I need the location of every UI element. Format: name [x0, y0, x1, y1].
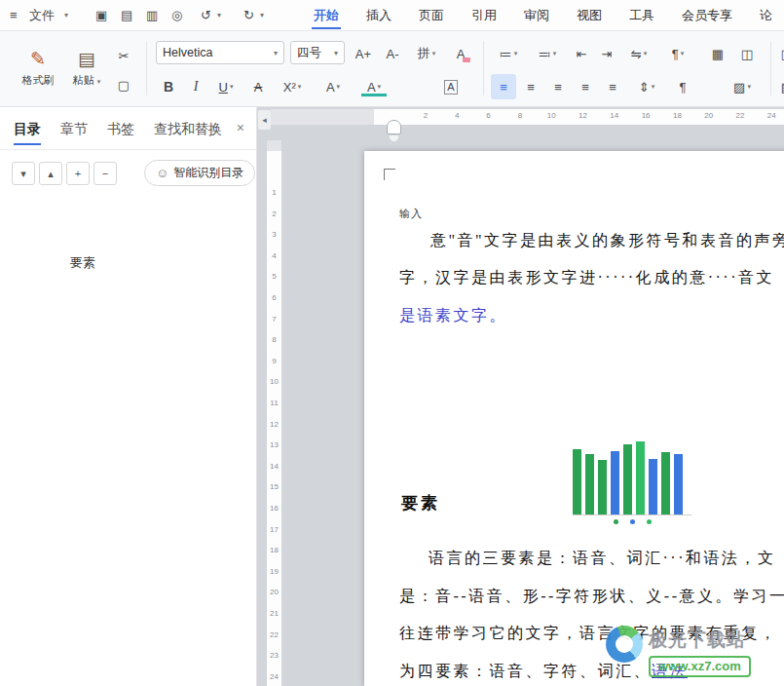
align-center-icon[interactable]: ≡	[518, 74, 543, 99]
vertical-ruler[interactable]	[267, 140, 281, 686]
format-painter-icon: ✎	[30, 50, 46, 69]
print-preview-icon[interactable]: ◎	[171, 0, 182, 31]
chart-bar	[636, 441, 645, 514]
sidebar-tab-查找和替换[interactable]: 查找和替换	[154, 107, 222, 150]
format-painter-label: 格式刷	[22, 73, 55, 88]
expand-level-icon[interactable]: +	[66, 162, 90, 185]
shading-button[interactable]: ▨▾	[725, 74, 760, 99]
menu-tab-插入[interactable]: 插入	[353, 0, 405, 31]
sidebar-panel: 目录章节书签查找和替换 × ▾ ▴ + − ☺ 智能识别目录 要素	[0, 107, 257, 686]
sidebar-tab-章节[interactable]: 章节	[60, 107, 88, 150]
numbered-list-button[interactable]: ≕▾	[530, 41, 565, 66]
align-left-icon[interactable]: ≡	[491, 74, 516, 99]
collapse-panel-icon[interactable]: ◂	[258, 110, 271, 130]
bold-button[interactable]: B	[156, 74, 181, 99]
print-icon[interactable]: ▥	[146, 0, 158, 31]
menu-tab-会员专享[interactable]: 会员专享	[668, 0, 746, 31]
watermark-logo-icon	[606, 626, 643, 663]
pinyin-guide-button[interactable]: 拼▾	[409, 41, 444, 66]
collapse-all-icon[interactable]: ▴	[39, 162, 62, 185]
font-size-select[interactable]: 四号 ▾	[290, 41, 345, 64]
horizontal-ruler[interactable]	[271, 109, 784, 125]
increase-font-icon[interactable]: A+	[351, 41, 376, 66]
paste-label: 粘贴 ▾	[73, 73, 101, 88]
increase-indent-icon[interactable]: ⇥	[594, 41, 619, 66]
menu-bar: ≡ 文件 ▾ ▣ ▤ ▥ ◎ ↺ ▾ ↻ ▾ 开始插入页面引用审阅视图工具会员专…	[0, 0, 784, 31]
cut-icon[interactable]: ✂	[111, 43, 136, 68]
undo-caret-icon[interactable]: ▾	[217, 0, 221, 31]
menu-tab-工具[interactable]: 工具	[616, 0, 668, 31]
superscript-button[interactable]: X²▾	[275, 74, 310, 99]
line-spacing-icon: ⇕	[639, 80, 650, 95]
strikethrough-icon[interactable]: A	[245, 74, 271, 99]
italic-button[interactable]: I	[183, 74, 208, 99]
decrease-font-icon[interactable]: A-	[380, 41, 405, 66]
line-spacing-caret-icon: ▾	[652, 83, 655, 91]
paste-button[interactable]: ▤ 粘贴 ▾	[64, 39, 109, 97]
paragraph-mark-icon[interactable]: ¶	[670, 74, 695, 99]
more-format-icon[interactable]: ▨	[774, 74, 784, 99]
line-spacing-button[interactable]: ⇕▾	[629, 74, 664, 99]
menu-tab-开始[interactable]: 开始	[300, 0, 353, 31]
page-setup-icon[interactable]: ▦	[705, 41, 730, 66]
sidebar-tab-书签[interactable]: 书签	[107, 107, 134, 150]
undo-icon[interactable]: ↺	[201, 0, 211, 31]
smart-toc-button[interactable]: ☺ 智能识别目录	[144, 160, 255, 186]
menu-tab-引用[interactable]: 引用	[458, 0, 510, 31]
menu-tab-论[interactable]: 论	[746, 0, 784, 31]
indent-marker[interactable]	[390, 135, 398, 142]
bullet-list-button[interactable]: ≔▾	[491, 41, 526, 66]
copy-icon[interactable]: ▢	[111, 72, 136, 97]
margin-slider[interactable]	[387, 120, 401, 134]
pinyin-icon: 拼	[418, 45, 430, 62]
format-painter-button[interactable]: ✎ 格式刷	[16, 39, 60, 97]
toc-item[interactable]: 要素	[0, 253, 256, 273]
character-border-icon[interactable]: A	[438, 74, 464, 99]
more-tools-icon[interactable]: ◫	[774, 41, 784, 66]
close-sidebar-icon[interactable]: ×	[237, 120, 244, 135]
caption-label: 输入	[399, 207, 423, 221]
heading-text: 要素	[401, 492, 440, 514]
clear-format-icon[interactable]: A	[448, 41, 473, 66]
menu-tab-页面[interactable]: 页面	[405, 0, 458, 31]
font-name-value: Helvetica	[163, 46, 212, 59]
file-menu[interactable]: 文件	[29, 0, 55, 31]
align-distribute-icon[interactable]: ≡	[600, 74, 625, 99]
text-direction-button[interactable]: ⇋▾	[621, 41, 656, 66]
redo-icon[interactable]: ↻	[243, 0, 254, 31]
bullet-list-caret-icon: ▾	[514, 50, 518, 57]
text-direction-caret-icon: ▾	[644, 50, 648, 57]
highlight-button[interactable]: A▾	[356, 74, 392, 99]
save-icon[interactable]: ▣	[95, 0, 107, 31]
file-menu-caret-icon[interactable]: ▾	[64, 0, 68, 31]
embedded-chart[interactable]	[569, 441, 695, 531]
export-icon[interactable]: ▤	[121, 0, 132, 31]
align-right-icon[interactable]: ≡	[545, 74, 571, 99]
ribbon-toolbar: ✎ 格式刷 ▤ 粘贴 ▾ ✂ ▢ Helvetica ▾ 四号 ▾ A+ A- …	[0, 31, 784, 107]
text-effects-button[interactable]: A▾	[316, 74, 351, 99]
align-justify-icon[interactable]: ≡	[573, 74, 598, 99]
shading-icon: ▨	[733, 80, 745, 95]
superscript-icon: X²	[283, 80, 296, 95]
expand-all-icon[interactable]: ▾	[12, 162, 35, 185]
paragraph-layout-icon: ¶	[672, 47, 679, 61]
decrease-indent-icon[interactable]: ⇤	[569, 41, 594, 66]
menu-tab-视图[interactable]: 视图	[563, 0, 616, 31]
underline-button[interactable]: U▾	[208, 74, 243, 99]
paragraph2-line1: 语言的三要素是：语音、词汇···和语法，文	[429, 549, 775, 569]
hamburger-icon[interactable]: ≡	[10, 0, 18, 31]
menu-tab-审阅[interactable]: 审阅	[510, 0, 563, 31]
document-page[interactable]: 输入 意"音"文字是由表义的象形符号和表音的声旁 字，汉字是由表形文字进····…	[364, 151, 784, 686]
redo-caret-icon[interactable]: ▾	[260, 0, 264, 31]
columns-icon[interactable]: ◫	[734, 41, 760, 66]
chart-bar	[598, 460, 607, 514]
superscript-caret-icon: ▾	[298, 83, 302, 91]
font-size-value: 四号	[297, 45, 321, 61]
font-name-select[interactable]: Helvetica ▾	[156, 41, 284, 64]
character-border-glyph: A	[444, 80, 457, 95]
sidebar-tab-目录[interactable]: 目录	[14, 107, 41, 150]
chart-bar	[661, 452, 670, 514]
bold-icon: B	[164, 79, 173, 95]
paragraph-layout-button[interactable]: ¶▾	[660, 41, 695, 66]
collapse-level-icon[interactable]: −	[93, 162, 117, 185]
